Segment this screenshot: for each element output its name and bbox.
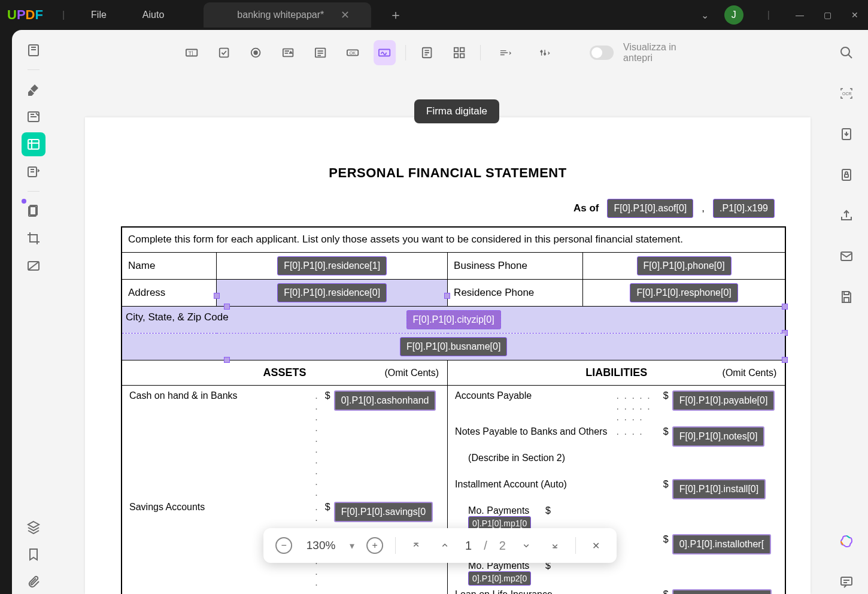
form-field[interactable]: 0].P1[0].mp2[0 [468, 571, 531, 586]
save-icon[interactable] [834, 285, 858, 309]
form-properties-tool[interactable] [415, 40, 438, 65]
address-label: Address [122, 279, 217, 306]
menu-help[interactable]: Aiuto [142, 10, 164, 20]
button-tool[interactable]: OK [341, 40, 364, 65]
omit-cents: (Omit Cents) [384, 368, 439, 378]
liab-sub: Mo. Payments [468, 505, 529, 516]
reader-tool-icon[interactable] [22, 38, 45, 62]
form-tool-icon[interactable] [22, 132, 45, 156]
form-field[interactable]: F[0].P1[0].install[0] [672, 479, 766, 499]
share-icon[interactable] [834, 204, 858, 228]
form-field[interactable]: 0].P1[0].cashonhand [334, 390, 436, 411]
convert-icon[interactable] [834, 122, 858, 146]
asof-label: As of [573, 202, 599, 214]
separator: | [767, 10, 770, 20]
resphone-label: Residence Phone [448, 279, 583, 306]
last-page-button[interactable] [547, 537, 563, 554]
new-tab-button[interactable]: ＋ [389, 6, 402, 24]
preview-toggle[interactable] [590, 46, 614, 60]
redact-tool-icon[interactable] [22, 254, 45, 278]
search-icon[interactable] [834, 41, 858, 65]
maximize-icon[interactable]: ▢ [821, 10, 833, 20]
digital-signature-tool[interactable] [374, 40, 396, 65]
close-window-icon[interactable]: ✕ [849, 10, 861, 20]
omit-cents: (Omit Cents) [723, 368, 777, 378]
user-avatar[interactable]: J [724, 5, 743, 25]
comment-icon[interactable] [834, 570, 858, 594]
svg-text:OCR: OCR [842, 92, 852, 96]
form-field[interactable]: .P1[0].x199 [713, 199, 775, 218]
svg-point-11 [254, 51, 258, 54]
svg-rect-30 [844, 292, 849, 295]
svg-rect-2 [28, 140, 39, 149]
highlight-tool-icon[interactable] [22, 77, 45, 101]
separator [405, 45, 406, 60]
ai-icon[interactable] [834, 529, 858, 553]
email-icon[interactable] [834, 244, 858, 268]
form-field[interactable]: F[0].P1[0].payable[0] [672, 390, 775, 411]
name-label: Name [122, 252, 217, 279]
right-sidebar: OCR [825, 30, 868, 594]
svg-rect-31 [844, 298, 849, 302]
zoom-dropdown-icon[interactable]: ▾ [350, 540, 354, 551]
organize-tool-icon[interactable] [22, 160, 45, 184]
minimize-icon[interactable]: — [794, 10, 806, 20]
form-field[interactable]: F[0].P1[0].busname[0] [400, 337, 507, 356]
text-field-tool[interactable]: T| [180, 40, 203, 65]
asset-item: Cash on hand & in Banks [127, 389, 311, 499]
zoom-in-button[interactable]: + [366, 537, 383, 554]
tab-title: banking whitepapar* [237, 10, 324, 20]
separator [28, 191, 40, 192]
form-field-selected[interactable]: F[0].P1[0].cityzip[0] [406, 310, 501, 329]
svg-point-24 [841, 47, 849, 56]
layers-icon[interactable] [22, 515, 45, 539]
radio-tool[interactable] [245, 40, 268, 65]
form-field[interactable]: F[0].P1[0].savings[0 [334, 502, 433, 522]
close-icon[interactable]: ✕ [341, 8, 350, 22]
form-field[interactable]: F[0].P1[0].residence[1] [277, 256, 387, 275]
close-nav-button[interactable]: ✕ [588, 537, 605, 554]
ocr-icon[interactable]: OCR [834, 81, 858, 105]
preview-label: Visualizza in antepri [623, 42, 700, 63]
form-field[interactable]: F[0].P1[0].notes[0] [672, 426, 765, 447]
prev-page-button[interactable] [436, 537, 453, 554]
first-page-button[interactable] [408, 537, 424, 554]
form-field[interactable]: F[0].P1[0].resphone[0] [630, 283, 738, 302]
form-field[interactable]: F[0].P1[0].residence[0] [277, 283, 387, 302]
checkbox-tool[interactable] [213, 40, 235, 65]
page-sep: / [484, 539, 487, 553]
next-page-button[interactable] [518, 537, 535, 554]
page-current[interactable]: 1 [465, 539, 472, 553]
crop-tool-icon[interactable] [22, 226, 45, 250]
document-canvas[interactable]: PERSONAL FINANCIAL STATEMENT As of F[0].… [85, 117, 811, 594]
form-field[interactable]: 0].P1[0].installother[ [672, 534, 771, 554]
workspace: T| OK Visualizza in antepri Firma digita… [12, 30, 868, 594]
listbox-tool[interactable] [309, 40, 332, 65]
align-tool[interactable] [490, 40, 520, 65]
attachment-icon[interactable] [22, 570, 45, 594]
menu-file[interactable]: File [91, 10, 107, 20]
grid-tool[interactable] [448, 40, 471, 65]
titlebar: UPDF | File Aiuto banking whitepapar* ✕ … [0, 0, 868, 30]
zoom-out-button[interactable]: − [275, 537, 292, 554]
zoom-value[interactable]: 130% [304, 539, 338, 552]
protect-icon[interactable] [834, 163, 858, 187]
chevron-down-icon[interactable]: ⌄ [701, 10, 709, 21]
liab-sub: (Describe in Section 2) [453, 451, 780, 477]
separator: | [62, 10, 65, 20]
form-field[interactable]: F[0].P1[0].phone[0] [637, 256, 732, 275]
bookmark-icon[interactable] [22, 543, 45, 566]
document-tab[interactable]: banking whitepapar* ✕ [204, 2, 371, 28]
dropdown-tool[interactable] [277, 40, 299, 65]
tools-menu[interactable] [530, 40, 560, 65]
liab-header: LIABILITIES [585, 366, 647, 378]
tooltip: Firma digitale [414, 99, 499, 123]
svg-rect-20 [454, 54, 458, 57]
edit-text-tool-icon[interactable] [22, 105, 45, 129]
separator [28, 69, 40, 70]
busphone-label: Business Phone [448, 252, 583, 279]
form-field[interactable]: F[0].P1[0].asof[0] [607, 199, 693, 218]
svg-text:OK: OK [349, 50, 356, 56]
page-navigation: − 130% ▾ + 1 / 2 ✕ [263, 528, 617, 563]
form-field[interactable]: F[0].P1[0].lifeloan[0] [672, 589, 772, 595]
